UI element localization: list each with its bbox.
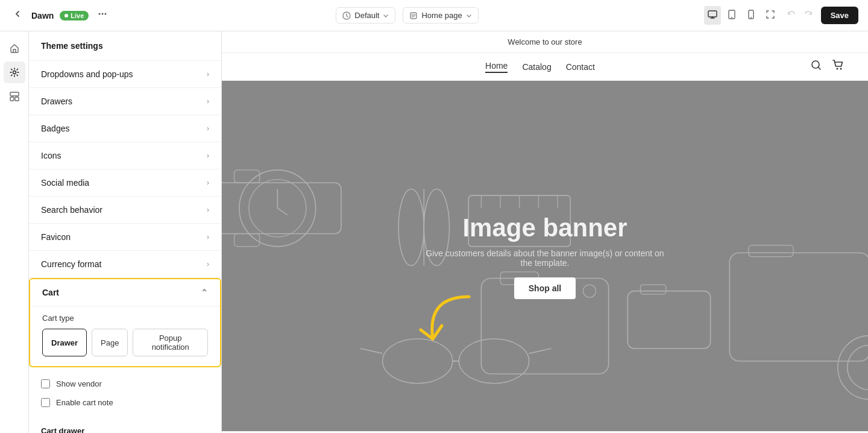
store-nav: Home Catalog Contact: [222, 53, 868, 81]
shop-all-button[interactable]: Shop all: [514, 277, 576, 299]
chevron-down-icon: ›: [207, 124, 209, 133]
cart-note-checkbox[interactable]: [41, 398, 50, 407]
chevron-up-icon: ⌃: [201, 288, 208, 297]
nav-settings-button[interactable]: [4, 62, 25, 83]
svg-line-49: [529, 349, 552, 353]
store-nav-links: Home Catalog Contact: [485, 61, 595, 73]
cart-section-header[interactable]: Cart ⌃: [30, 279, 220, 306]
theme-selector[interactable]: Default: [336, 7, 395, 24]
sidebar-item-search[interactable]: Search behavior ›: [29, 197, 221, 224]
undo-redo-group: [784, 7, 816, 24]
live-badge: Live: [60, 11, 89, 21]
favicon-label: Favicon: [41, 232, 71, 242]
chevron-down-icon: ›: [207, 179, 209, 187]
currency-label: Currency format: [41, 259, 101, 269]
svg-point-53: [848, 345, 868, 390]
sidebar-item-currency[interactable]: Currency format ›: [29, 251, 221, 278]
topbar-left: Dawn Live: [10, 6, 110, 25]
sidebar-item-icons[interactable]: Icons ›: [29, 142, 221, 169]
cart-type-drawer-button[interactable]: Drawer: [42, 329, 87, 356]
topbar: Dawn Live Default: [0, 0, 868, 31]
topbar-center: Default Home page: [118, 7, 696, 24]
cart-section: Cart ⌃ Cart type Drawer Page Popup notif…: [29, 278, 221, 367]
back-button[interactable]: [10, 6, 25, 25]
search-label: Search behavior: [41, 205, 102, 215]
show-vendor-item: Show vendor: [41, 375, 209, 393]
sidebar-item-dropdowns[interactable]: Dropdowns and pop-ups ›: [29, 61, 221, 88]
store-topbar: Welcome to our store: [222, 31, 868, 53]
topbar-right: Save: [704, 6, 858, 25]
store-preview: Welcome to our store Home Catalog Contac…: [222, 31, 868, 433]
nav-sections-button[interactable]: [4, 86, 25, 107]
sidebar-item-favicon[interactable]: Favicon ›: [29, 224, 221, 251]
page-label: Home page: [421, 11, 462, 20]
chevron-down-icon: ›: [207, 70, 209, 78]
cart-options: Show vendor Enable cart note: [29, 367, 221, 419]
cart-type-page-button[interactable]: Page: [92, 329, 128, 356]
svg-point-15: [837, 68, 838, 70]
icon-sidebar: [0, 31, 29, 433]
settings-panel: Theme settings Dropdowns and pop-ups › D…: [29, 31, 222, 433]
cart-note-label: Enable cart note: [56, 398, 113, 407]
welcome-text: Welcome to our store: [508, 37, 582, 46]
svg-point-16: [840, 68, 842, 70]
preview-area: Welcome to our store Home Catalog Contac…: [222, 31, 868, 433]
cart-title: Cart: [42, 288, 59, 297]
cart-type-label: Cart type: [42, 314, 208, 323]
settings-header: Theme settings: [29, 31, 221, 61]
hero-title: Image banner: [424, 213, 665, 242]
hero-subtitle: Give customers details about the banner …: [424, 248, 665, 268]
svg-rect-12: [10, 97, 14, 101]
chevron-down-icon: ›: [207, 233, 209, 241]
theme-label: Default: [354, 11, 379, 20]
svg-rect-11: [10, 92, 19, 96]
live-dot: [64, 14, 68, 17]
store-nav-icons: [810, 59, 844, 74]
svg-point-9: [750, 17, 752, 18]
nav-contact-link[interactable]: Contact: [566, 62, 595, 72]
svg-rect-36: [627, 291, 710, 349]
sidebar-item-badges[interactable]: Badges ›: [29, 115, 221, 142]
social-label: Social media: [41, 178, 89, 188]
desktop-view-button[interactable]: [704, 6, 721, 25]
nav-catalog-link[interactable]: Catalog: [522, 62, 551, 72]
tablet-view-button[interactable]: [723, 6, 740, 25]
sidebar-item-social[interactable]: Social media ›: [29, 169, 221, 197]
svg-point-46: [459, 339, 529, 384]
svg-point-52: [838, 336, 868, 400]
svg-point-0: [99, 13, 101, 15]
nav-home-link[interactable]: Home: [485, 61, 508, 73]
viewport-buttons: [704, 6, 779, 25]
cart-section-content: Cart type Drawer Page Popup notification: [30, 306, 220, 366]
store-hero: Image banner Give customers details abou…: [222, 81, 868, 431]
drawers-label: Drawers: [41, 96, 72, 106]
cart-type-popup-button[interactable]: Popup notification: [133, 329, 208, 356]
cart-icon[interactable]: [832, 59, 844, 74]
show-vendor-checkbox[interactable]: [41, 379, 50, 388]
undo-button[interactable]: [784, 7, 799, 24]
main-layout: Theme settings Dropdowns and pop-ups › D…: [0, 31, 868, 433]
fullscreen-button[interactable]: [762, 6, 779, 25]
svg-point-10: [13, 71, 16, 74]
search-icon[interactable]: [810, 59, 822, 74]
mobile-view-button[interactable]: [743, 6, 760, 25]
chevron-down-icon: ›: [207, 206, 209, 214]
sidebar-item-drawers[interactable]: Drawers ›: [29, 88, 221, 115]
save-button[interactable]: Save: [821, 7, 858, 24]
nav-home-button[interactable]: [4, 37, 25, 59]
page-selector[interactable]: Home page: [403, 7, 478, 24]
cart-note-item: Enable cart note: [41, 393, 209, 412]
svg-line-48: [360, 349, 383, 353]
svg-rect-13: [15, 97, 19, 101]
more-options-button[interactable]: [95, 6, 110, 25]
redo-button[interactable]: [800, 7, 816, 24]
svg-point-20: [398, 189, 424, 266]
chevron-down-icon: ›: [207, 260, 209, 268]
svg-rect-44: [749, 245, 793, 257]
hero-overlay: Image banner Give customers details abou…: [424, 213, 665, 299]
store-name: Dawn: [31, 11, 54, 21]
cart-drawer-label: Cart drawer: [41, 426, 209, 433]
dropdowns-label: Dropdowns and pop-ups: [41, 69, 133, 79]
cart-type-buttons: Drawer Page Popup notification: [42, 329, 208, 356]
svg-point-1: [102, 13, 104, 15]
